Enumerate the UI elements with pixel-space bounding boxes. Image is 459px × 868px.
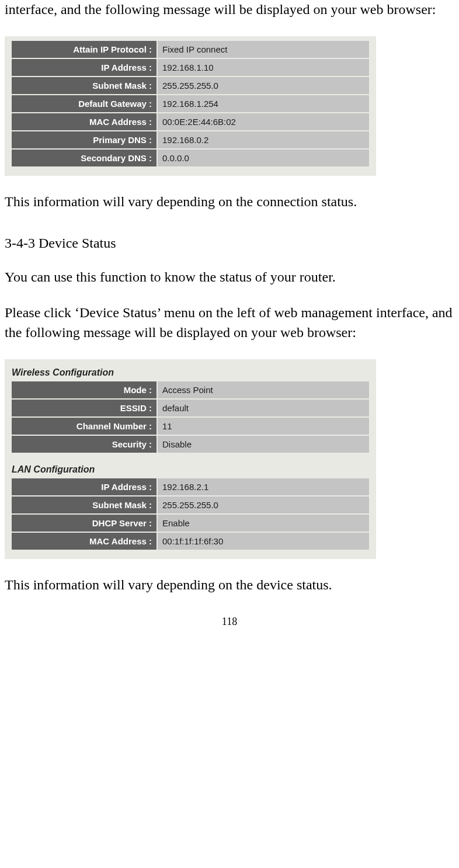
- row-value: 192.168.2.1: [158, 478, 369, 495]
- table-row: IP Address :192.168.2.1: [12, 478, 369, 495]
- after-table2-text: This information will vary depending on …: [5, 575, 454, 595]
- table-row: Channel Number :11: [12, 418, 369, 435]
- row-label: Subnet Mask :: [12, 77, 157, 94]
- ip-status-screenshot: Attain IP Protocol :Fixed IP connectIP A…: [5, 36, 376, 176]
- table-row: ESSID :default: [12, 400, 369, 416]
- page-number: 118: [5, 616, 454, 628]
- row-value: 00:1f:1f:1f:6f:30: [158, 533, 369, 550]
- row-value: 0.0.0.0: [158, 150, 369, 166]
- row-label: Secondary DNS :: [12, 150, 157, 166]
- row-label: Channel Number :: [12, 418, 157, 435]
- table-row: Subnet Mask :255.255.255.0: [12, 497, 369, 513]
- row-value: 255.255.255.0: [158, 77, 369, 94]
- device-status-screenshot: Wireless Configuration Mode :Access Poin…: [5, 359, 376, 559]
- row-label: Mode :: [12, 381, 157, 398]
- row-label: MAC Address :: [12, 533, 157, 550]
- device-status-intro-b: Please click ‘Device Status’ menu on the…: [5, 303, 454, 342]
- row-value: Fixed IP connect: [158, 41, 369, 58]
- device-status-intro-a: You can use this function to know the st…: [5, 268, 454, 287]
- table-row: MAC Address :00:1f:1f:1f:6f:30: [12, 533, 369, 550]
- section-heading: 3-4-3 Device Status: [5, 234, 454, 254]
- wireless-config-table: Mode :Access PointESSID :defaultChannel …: [11, 380, 370, 454]
- wireless-config-title: Wireless Configuration: [12, 367, 370, 378]
- row-value: 00:0E:2E:44:6B:02: [158, 113, 369, 130]
- row-label: Attain IP Protocol :: [12, 41, 157, 58]
- row-label: ESSID :: [12, 400, 157, 416]
- table-row: MAC Address :00:0E:2E:44:6B:02: [12, 113, 369, 130]
- ip-status-tbody: Attain IP Protocol :Fixed IP connectIP A…: [12, 41, 369, 166]
- row-value: default: [158, 400, 369, 416]
- table-row: IP Address :192.168.1.10: [12, 59, 369, 76]
- row-value: 192.168.0.2: [158, 131, 369, 148]
- table-row: Subnet Mask :255.255.255.0: [12, 77, 369, 94]
- table-row: Security :Disable: [12, 436, 369, 453]
- row-label: IP Address :: [12, 478, 157, 495]
- row-value: 11: [158, 418, 369, 435]
- row-value: 255.255.255.0: [158, 497, 369, 513]
- table-row: Mode :Access Point: [12, 381, 369, 398]
- row-value: Access Point: [158, 381, 369, 398]
- table-row: Attain IP Protocol :Fixed IP connect: [12, 41, 369, 58]
- row-label: IP Address :: [12, 59, 157, 76]
- ip-status-table: Attain IP Protocol :Fixed IP connectIP A…: [11, 40, 370, 168]
- row-value: Enable: [158, 515, 369, 532]
- table-row: Default Gateway :192.168.1.254: [12, 95, 369, 112]
- table-row: DHCP Server :Enable: [12, 515, 369, 532]
- row-value: Disable: [158, 436, 369, 453]
- lan-config-title: LAN Configuration: [12, 464, 370, 475]
- wireless-config-tbody: Mode :Access PointESSID :defaultChannel …: [12, 381, 369, 453]
- row-label: Primary DNS :: [12, 131, 157, 148]
- intro-fragment: interface, and the following message wil…: [5, 0, 454, 20]
- row-label: Default Gateway :: [12, 95, 157, 112]
- row-value: 192.168.1.10: [158, 59, 369, 76]
- row-label: DHCP Server :: [12, 515, 157, 532]
- row-label: MAC Address :: [12, 113, 157, 130]
- after-table1-text: This information will vary depending on …: [5, 192, 454, 212]
- row-value: 192.168.1.254: [158, 95, 369, 112]
- lan-config-tbody: IP Address :192.168.2.1Subnet Mask :255.…: [12, 478, 369, 550]
- row-label: Security :: [12, 436, 157, 453]
- table-row: Secondary DNS :0.0.0.0: [12, 150, 369, 166]
- lan-config-table: IP Address :192.168.2.1Subnet Mask :255.…: [11, 477, 370, 551]
- table-row: Primary DNS :192.168.0.2: [12, 131, 369, 148]
- row-label: Subnet Mask :: [12, 497, 157, 513]
